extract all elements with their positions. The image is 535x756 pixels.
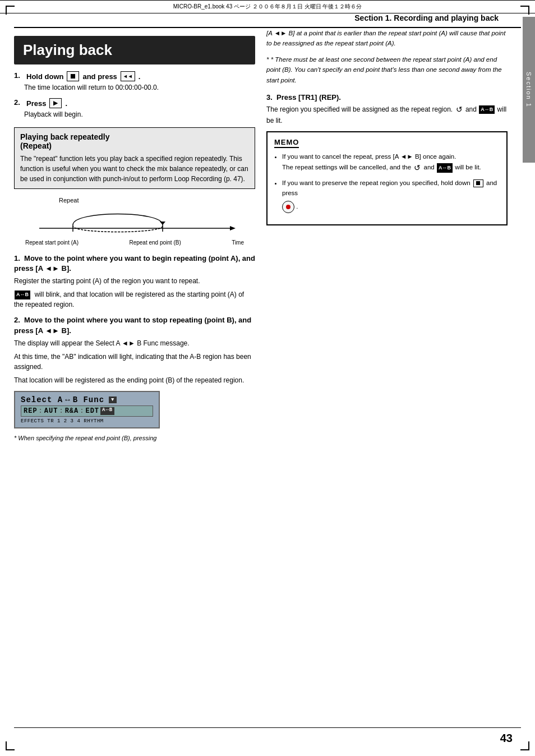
page: MICRO-BR_e1.book 43 ページ ２００６年８月１日 火曜日 午後…	[0, 0, 535, 756]
corner-mark-bl	[6, 741, 15, 750]
repeat-intro: The "repeat" function lets you play back…	[20, 154, 249, 184]
repeat-step-2-body2: At this time, the "AB" indication will l…	[14, 352, 255, 372]
memo-title: MEMO	[274, 138, 500, 148]
ab-badge-memo: A↔B	[437, 163, 453, 172]
memo-item-1: If you want to cancel the repeat, press …	[282, 151, 500, 174]
stop-button-icon-memo	[473, 179, 483, 187]
step-2-header: 2. Press ▶ .	[14, 98, 255, 108]
page-number: 43	[500, 732, 513, 745]
diagram-start-label: Repeat start point (A)	[25, 239, 79, 246]
step-1-header: 1. Hold down and press ◄◄ .	[14, 71, 255, 81]
record-button-icon-memo	[282, 201, 294, 213]
diagram-end-label: Repeat end point (B)	[129, 239, 181, 246]
section-heading: Section 1. Recording and playing back	[14, 13, 521, 28]
loop-icon: ↺	[456, 104, 463, 116]
italic-note: [A ◄► B] at a point that is earlier than…	[266, 28, 508, 49]
repeat-step-2-body3: That location will be registered as the …	[14, 375, 255, 385]
header-text: MICRO-BR_e1.book 43 ページ ２００６年８月１日 火曜日 午後…	[173, 3, 362, 11]
corner-mark-tr	[520, 6, 529, 15]
svg-marker-2	[230, 226, 236, 231]
memo-box: MEMO If you want to cancel the repeat, p…	[266, 131, 508, 225]
step-1: 1. Hold down and press ◄◄ .	[14, 71, 255, 93]
memo-item-2: If you want to preserve the repeat regio…	[282, 178, 500, 215]
playing-back-title: Playing back	[14, 36, 255, 64]
section-heading-text: Section 1. Recording and playing back	[354, 13, 499, 22]
side-tab-text: Section 1	[525, 72, 532, 108]
repeat-step-2: 2. Move to the point where you want to s…	[14, 315, 255, 385]
corner-mark-tl	[6, 6, 15, 15]
step-1-body: The time location will return to 00:00:0…	[14, 82, 255, 93]
step-1-hold-label: Hold down and press ◄◄ .	[26, 71, 140, 81]
corner-mark-br	[520, 741, 529, 750]
ab-badge-lit: A↔B	[479, 105, 495, 114]
step-3-header: 3. Press [TR1] (REP).	[266, 93, 508, 102]
repeat-diagram: Repeat	[14, 197, 255, 246]
top-header: MICRO-BR_e1.book 43 ページ ２００６年８月１日 火曜日 午後…	[0, 0, 535, 13]
diagram-footer: Repeat start point (A) Repeat end point …	[14, 239, 255, 246]
asterisk-note: * * There must be at least one second be…	[266, 54, 508, 85]
repeat-step-2-header: 2. Move to the point where you want to s…	[14, 315, 255, 335]
ab-badge-blink: A↔B	[15, 291, 30, 299]
repeat-sub-section-title: Playing back repeatedly(Repeat)	[20, 132, 249, 150]
step-2-press-line: Press ▶ .	[26, 98, 67, 108]
right-column: [A ◄► B] at a point that is earlier than…	[266, 28, 508, 442]
lcd-ab-badge: A↔B	[100, 407, 114, 415]
memo-body: If you want to cancel the repeat, press …	[274, 151, 500, 215]
step-2: 2. Press ▶ . Playback will begin.	[14, 98, 255, 119]
svg-rect-6	[476, 181, 480, 185]
svg-marker-5	[160, 222, 165, 225]
repeat-sub-section: Playing back repeatedly(Repeat) The "rep…	[14, 127, 255, 189]
loop-icon-memo: ↺	[414, 162, 421, 174]
bottom-line	[14, 727, 521, 728]
lcd-row1: Select A↔B Func ▼	[21, 395, 153, 404]
diagram-area	[20, 205, 250, 238]
step-2-num: 2.	[14, 98, 24, 107]
repeat-step-1-body2: A↔B will blink, and that location will b…	[14, 289, 255, 310]
diagram-repeat-label: Repeat	[14, 197, 255, 204]
step-1-num: 1.	[14, 71, 24, 80]
repeat-step-1: 1. Move to the point where you want to b…	[14, 253, 255, 310]
lcd-row3: EFFECTS TR 1 2 3 4 RHYTHM	[21, 418, 153, 424]
repeat-step-1-header: 1. Move to the point where you want to b…	[14, 253, 255, 274]
lcd-display: Select A↔B Func ▼ REP : AUT : R&A : EDT …	[14, 391, 160, 428]
footnote: * When specifying the repeat end point (…	[14, 434, 255, 442]
step-3: 3. Press [TR1] (REP). The region you spe…	[266, 93, 508, 126]
repeat-step-1-body1: Register the starting point (A) of the r…	[14, 276, 255, 286]
lcd-row2: REP : AUT : R&A : EDT A↔B	[21, 405, 153, 417]
diagram-time-label: Time	[232, 239, 244, 246]
left-column: Playing back 1. Hold down and press	[14, 28, 255, 442]
repeat-step-2-body1: The display will appear the Select A ◄► …	[14, 338, 255, 348]
step-3-body: The region you specified will be assigne…	[266, 104, 508, 126]
content-area: Playing back 1. Hold down and press	[0, 28, 535, 442]
svg-rect-0	[71, 74, 75, 79]
play-button-icon: ▶	[49, 98, 62, 108]
lcd-menu-icon: ▼	[109, 397, 117, 403]
side-tab: Section 1	[523, 17, 535, 163]
stop-button-icon	[67, 71, 79, 81]
step-2-body: Playback will begin.	[14, 109, 255, 119]
svg-point-7	[286, 205, 290, 209]
rewind-button-icon: ◄◄	[121, 71, 135, 81]
